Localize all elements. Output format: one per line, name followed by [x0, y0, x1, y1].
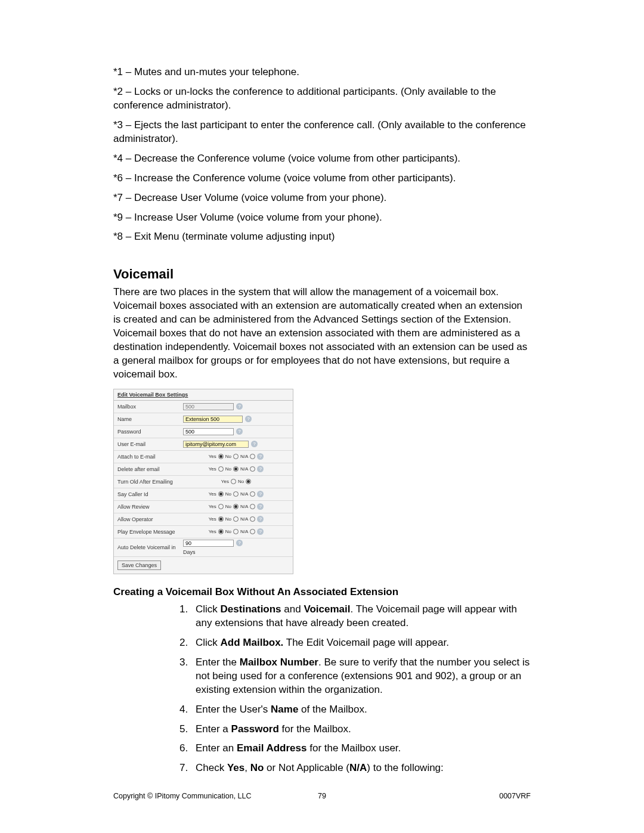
- review-no-radio[interactable]: [233, 504, 239, 509]
- delete-no-radio[interactable]: [233, 466, 239, 472]
- turnold-yes-radio[interactable]: [231, 479, 236, 484]
- review-na-radio[interactable]: [250, 504, 255, 509]
- row-caller-id: Say Caller Id Yes No N/A ?: [114, 488, 293, 501]
- note-2: *2 – Locks or un-locks the conference to…: [113, 85, 531, 113]
- row-turn-old: Turn Old After Emailing Yes No: [114, 476, 293, 488]
- help-icon[interactable]: ?: [257, 466, 264, 472]
- caller-na-radio[interactable]: [250, 491, 255, 497]
- row-attach: Attach to E-mail Yes No N/A ?: [114, 451, 293, 463]
- caller-yes-radio[interactable]: [218, 491, 224, 497]
- steps-list: Click Destinations and Voicemail. The Vo…: [191, 603, 531, 775]
- voicemail-intro: There are two places in the system that …: [113, 286, 531, 382]
- caller-no-radio[interactable]: [233, 491, 239, 497]
- mailbox-label: Mailbox: [117, 404, 183, 410]
- operator-no-radio[interactable]: [233, 516, 239, 522]
- row-allow-review: Allow Review Yes No N/A ?: [114, 501, 293, 513]
- name-label: Name: [117, 416, 183, 422]
- auto-del-input[interactable]: [183, 540, 234, 547]
- envelope-label: Play Envelope Message: [117, 529, 183, 535]
- step-5: Enter a Password for the Mailbox.: [191, 723, 531, 736]
- delete-yes-radio[interactable]: [218, 466, 224, 472]
- step-1: Click Destinations and Voicemail. The Vo…: [191, 603, 531, 630]
- save-changes-button[interactable]: Save Changes: [117, 561, 161, 570]
- operator-yes-radio[interactable]: [218, 516, 224, 522]
- note-8: *8 – Exit Menu (terminate volume adjusti…: [113, 230, 531, 244]
- note-6: *7 – Decrease User Volume (voice volume …: [113, 191, 531, 205]
- attach-no-radio[interactable]: [233, 454, 239, 459]
- row-email: User E-mail ?: [114, 438, 293, 451]
- delete-na-radio[interactable]: [250, 466, 255, 472]
- auto-del-label: Auto Delete Voicemail in: [117, 544, 183, 550]
- step-7: Check Yes, No or Not Applicable (N/A) to…: [191, 761, 531, 775]
- mailbox-input[interactable]: [183, 403, 234, 410]
- row-delete-after: Delete after email Yes No N/A ?: [114, 463, 293, 476]
- envelope-no-radio[interactable]: [233, 529, 239, 534]
- help-icon[interactable]: ?: [257, 503, 264, 510]
- step-6: Enter an Email Address for the Mailbox u…: [191, 742, 531, 755]
- page-footer: Copyright © IPitomy Communication, LLC 7…: [113, 792, 531, 800]
- key-notes-block: *1 – Mutes and un-mutes your telephone. …: [113, 66, 531, 244]
- help-icon[interactable]: ?: [257, 528, 264, 535]
- delete-label: Delete after email: [117, 466, 183, 472]
- password-input[interactable]: [183, 428, 234, 435]
- create-mailbox-subhead: Creating a Voicemail Box Without An Asso…: [113, 586, 531, 598]
- row-auto-delete: Auto Delete Voicemail in ? Days: [114, 538, 293, 557]
- envelope-yes-radio[interactable]: [218, 529, 224, 534]
- operator-na-radio[interactable]: [250, 516, 255, 522]
- row-name: Name ?: [114, 413, 293, 426]
- attach-label: Attach to E-mail: [117, 454, 183, 460]
- password-label: Password: [117, 429, 183, 435]
- row-envelope: Play Envelope Message Yes No N/A ?: [114, 526, 293, 538]
- review-label: Allow Review: [117, 504, 183, 510]
- review-yes-radio[interactable]: [218, 504, 224, 509]
- turnold-no-radio[interactable]: [246, 479, 251, 484]
- auto-del-unit: Days: [183, 549, 196, 555]
- name-input[interactable]: [183, 416, 243, 423]
- help-icon[interactable]: ?: [245, 416, 252, 422]
- caller-label: Say Caller Id: [117, 491, 183, 497]
- attach-na-radio[interactable]: [250, 454, 255, 459]
- panel-title: Edit Voicemail Box Settings: [114, 389, 293, 401]
- note-4: *4 – Decrease the Conference volume (voi…: [113, 152, 531, 166]
- row-mailbox: Mailbox ?: [114, 401, 293, 413]
- email-input[interactable]: [183, 441, 249, 448]
- help-icon[interactable]: ?: [257, 516, 264, 522]
- operator-label: Allow Operator: [117, 516, 183, 522]
- step-3: Enter the Mailbox Number. Be sure to ver…: [191, 656, 531, 697]
- help-icon[interactable]: ?: [236, 428, 243, 435]
- note-5: *6 – Increase the Conference volume (voi…: [113, 172, 531, 185]
- turnold-label: Turn Old After Emailing: [117, 479, 183, 485]
- row-allow-operator: Allow Operator Yes No N/A ?: [114, 513, 293, 526]
- page-number: 79: [113, 792, 531, 800]
- attach-yes-radio[interactable]: [218, 454, 224, 459]
- envelope-na-radio[interactable]: [250, 529, 255, 534]
- note-7: *9 – Increase User Volume (voice volume …: [113, 211, 531, 225]
- help-icon[interactable]: ?: [257, 453, 264, 460]
- step-2: Click Add Mailbox. The Edit Voicemail pa…: [191, 636, 531, 650]
- help-icon[interactable]: ?: [257, 491, 264, 497]
- note-3: *3 – Ejects the last participant to ente…: [113, 119, 531, 146]
- help-icon[interactable]: ?: [251, 441, 258, 447]
- voicemail-settings-panel: Edit Voicemail Box Settings Mailbox ? Na…: [113, 389, 293, 574]
- email-label: User E-mail: [117, 441, 183, 447]
- note-1: *1 – Mutes and un-mutes your telephone.: [113, 66, 531, 79]
- step-4: Enter the User's Name of the Mailbox.: [191, 703, 531, 717]
- help-icon[interactable]: ?: [236, 540, 243, 546]
- row-password: Password ?: [114, 426, 293, 438]
- voicemail-heading: Voicemail: [113, 267, 531, 282]
- help-icon[interactable]: ?: [236, 403, 243, 410]
